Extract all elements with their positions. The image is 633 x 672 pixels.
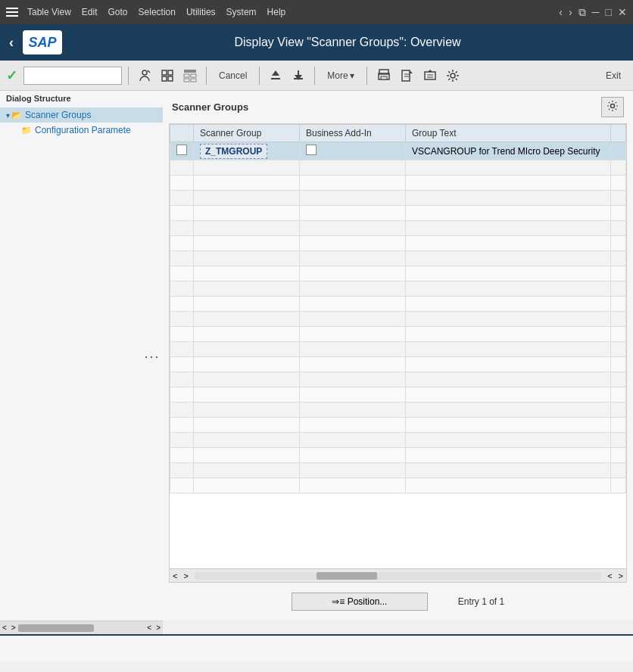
export2-icon [423, 69, 437, 82]
row-select-cell[interactable] [170, 142, 194, 160]
menu-utilities[interactable]: Utilities [186, 7, 216, 17]
nav-forward-icon[interactable]: › [569, 6, 572, 18]
config-icon [446, 69, 460, 82]
h-scrollbar-track[interactable] [195, 572, 601, 580]
table-row [170, 342, 626, 357]
hamburger-menu[interactable] [6, 8, 18, 17]
svg-rect-6 [184, 70, 196, 73]
toolbar-separator-1 [128, 67, 129, 85]
toolbar-separator-5 [366, 67, 367, 85]
check-button[interactable]: ✓ [6, 67, 17, 84]
sidebar-resize-handle[interactable]: ⋮ [143, 350, 161, 362]
menu-selection[interactable]: Selection [139, 7, 176, 17]
export1-button[interactable] [398, 67, 417, 84]
command-input[interactable] [23, 67, 122, 85]
sidebar-scrollbar-thumb[interactable] [18, 624, 94, 632]
h-scroll-next-icon[interactable]: > [616, 571, 626, 580]
table-row [170, 176, 626, 191]
table-settings-button[interactable] [601, 97, 624, 117]
page-title: Display View "Scanner Groups": Overview [71, 36, 624, 49]
table-row [170, 251, 626, 266]
toolbar-separator-4 [314, 67, 315, 85]
svg-point-27 [451, 73, 455, 78]
table-row [170, 191, 626, 206]
unlock-icon[interactable]: ⧉ [578, 6, 586, 19]
h-scrollbar[interactable]: < > < > [169, 569, 627, 583]
more-label: More [327, 70, 348, 81]
svg-rect-23 [425, 72, 435, 79]
close-icon[interactable]: ✕ [618, 6, 627, 18]
cancel-button[interactable]: Cancel [213, 69, 253, 82]
menu-system[interactable]: System [226, 7, 257, 17]
sidebar-scrollbar-track[interactable] [18, 624, 145, 632]
sidebar-scroll-left-icon[interactable]: < [0, 624, 9, 632]
table-row [170, 312, 626, 327]
h-scrollbar-thumb[interactable] [316, 572, 377, 580]
table-row [170, 463, 626, 478]
h-scroll-prev-icon[interactable]: < [604, 571, 615, 580]
table-settings-icon [606, 100, 619, 112]
section-title: Scanner Groups [172, 101, 248, 113]
sidebar-item-scanner-groups[interactable]: ▾ 📂 Scanner Groups [0, 107, 163, 123]
svg-rect-8 [191, 74, 196, 77]
print-button[interactable] [373, 67, 394, 84]
svg-rect-18 [381, 76, 387, 79]
grid-icon [183, 69, 197, 82]
table-row [170, 160, 626, 176]
table-row [170, 327, 626, 342]
nav-back-icon[interactable]: ‹ [559, 6, 563, 18]
svg-rect-10 [191, 79, 196, 82]
table-row [170, 206, 626, 221]
grid-button[interactable] [180, 67, 200, 84]
personalize-icon [138, 69, 151, 82]
row-checkbox[interactable] [176, 145, 187, 155]
sidebar-scroll-next-icon[interactable]: > [154, 624, 163, 632]
table-row[interactable]: Z_TMGROUP VSCANGROUP for Trend MIcro Dee… [170, 142, 626, 160]
h-scroll-left-icon[interactable]: < [170, 571, 180, 580]
back-button[interactable]: ‹ [9, 35, 14, 51]
sidebar-scroll-right-icon[interactable]: > [9, 624, 18, 632]
maximize-icon[interactable]: □ [606, 6, 612, 18]
menu-goto[interactable]: Goto [108, 7, 128, 17]
export2-button[interactable] [420, 67, 440, 84]
layout-button[interactable] [157, 67, 177, 84]
toolbar: ✓ Cancel [0, 61, 633, 91]
entry-count: Entry 1 of 1 [458, 596, 504, 607]
menu-edit[interactable]: Edit [82, 7, 98, 17]
download-button[interactable] [288, 67, 308, 84]
table-row [170, 448, 626, 463]
business-add-in-checkbox[interactable] [306, 145, 316, 155]
menu-help[interactable]: Help [267, 7, 286, 17]
table-row [170, 372, 626, 387]
sidebar: Dialog Structure ▾ 📂 Scanner Groups 📁 Co… [0, 91, 163, 621]
svg-marker-12 [272, 70, 279, 76]
svg-marker-20 [410, 70, 413, 73]
svg-rect-4 [162, 76, 167, 81]
col-header-scanner-group[interactable]: Scanner Group [194, 125, 300, 142]
config-button[interactable] [443, 67, 463, 84]
table-row [170, 282, 626, 297]
table-row [170, 403, 626, 418]
group-text-cell: VSCANGROUP for Trend MIcro Deep Security [406, 142, 611, 160]
upload-icon [269, 69, 282, 82]
more-button[interactable]: More ▾ [321, 69, 360, 82]
sidebar-h-scrollbar[interactable]: < > < > [0, 621, 163, 634]
col-header-group-text[interactable]: Group Text [406, 125, 611, 142]
sidebar-item-config-params[interactable]: 📁 Configuration Paramete [0, 123, 163, 138]
sidebar-wrapper: Dialog Structure ▾ 📂 Scanner Groups 📁 Co… [0, 91, 163, 621]
h-scroll-right-icon[interactable]: > [180, 571, 191, 580]
col-header-business-add-in[interactable]: Business Add-In [300, 125, 406, 142]
menu-table-view[interactable]: Table View [27, 7, 71, 17]
personalize-button[interactable] [135, 67, 154, 84]
exit-button[interactable]: Exit [600, 69, 627, 82]
minimize-icon[interactable]: ─ [592, 6, 600, 18]
position-button[interactable]: ⇒≡ Position... [292, 593, 428, 611]
table-header-row: Scanner Group Business Add-In Group Text [170, 125, 626, 142]
print-icon [376, 69, 391, 82]
table-wrapper: Scanner Group Business Add-In Group Text… [169, 123, 627, 569]
upload-button[interactable] [266, 67, 285, 84]
sidebar-scroll-prev-icon[interactable]: < [145, 624, 154, 632]
more-chevron-icon: ▾ [350, 70, 354, 81]
toolbar-separator-2 [206, 67, 207, 85]
download-icon [292, 69, 305, 82]
